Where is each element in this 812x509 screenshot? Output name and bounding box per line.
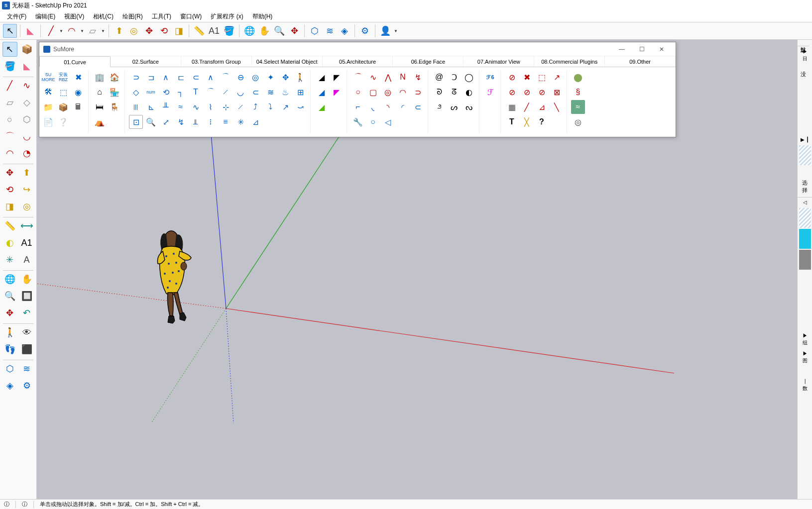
- pushpull-tool-icon[interactable]: ⬆: [112, 24, 126, 38]
- curve-icon[interactable]: ⫶: [204, 115, 218, 129]
- spiral-icon[interactable]: Ↄ: [447, 70, 461, 84]
- spiral-icon[interactable]: ೨: [432, 100, 446, 114]
- curve-icon[interactable]: ◡: [233, 85, 247, 99]
- curve-icon[interactable]: ⊏: [174, 70, 188, 84]
- curve-num-icon[interactable]: num: [144, 85, 158, 99]
- tray-tab-none[interactable]: 没: [798, 64, 809, 70]
- arc-tool-icon[interactable]: ◠: [65, 24, 79, 38]
- arch-house-icon[interactable]: 🏠: [108, 70, 121, 84]
- spiral-icon[interactable]: ᘔ: [447, 85, 461, 99]
- curve-icon[interactable]: ⊖: [233, 70, 247, 84]
- warehouse-icon[interactable]: ⬡: [308, 24, 322, 38]
- curve-icon[interactable]: ⊐: [144, 70, 158, 84]
- edge-icon[interactable]: ◢: [315, 100, 329, 114]
- material-swatch-4[interactable]: [799, 250, 811, 270]
- cc-icon[interactable]: ↯: [411, 70, 425, 84]
- com-icon[interactable]: ⊘: [520, 85, 534, 99]
- curve-icon[interactable]: ⊂: [189, 70, 203, 84]
- curve-icon[interactable]: ✦: [263, 70, 277, 84]
- layers-icon[interactable]: ◈: [2, 378, 17, 393]
- sumore-install-rbz-icon[interactable]: 安装 RBZ: [56, 70, 70, 84]
- menu-file[interactable]: 文件(F): [3, 11, 30, 22]
- curve-icon[interactable]: ⊞: [293, 85, 307, 99]
- curve-icon[interactable]: ⫼: [129, 100, 143, 114]
- tray-collapse-icon[interactable]: ▶ ┃: [798, 135, 812, 144]
- com-icon[interactable]: ╲: [550, 100, 564, 114]
- sumore-titlebar[interactable]: SuMore — ☐ ✕: [39, 42, 676, 56]
- cc-icon[interactable]: ◝: [381, 100, 395, 114]
- curve-icon[interactable]: ∧: [159, 70, 173, 84]
- menu-camera[interactable]: 相机(C): [89, 11, 117, 22]
- cc-icon[interactable]: ⌒: [351, 70, 365, 84]
- material-swatch-1[interactable]: [799, 145, 811, 165]
- arch-chair-icon[interactable]: 🪑: [108, 100, 121, 114]
- menu-help[interactable]: 帮助(H): [248, 11, 277, 22]
- sumore-box-icon[interactable]: 📦: [56, 100, 70, 114]
- cc-icon[interactable]: ⋀: [381, 70, 395, 84]
- sumore-tab-architecture[interactable]: 05.Architecture: [323, 56, 393, 67]
- warehouse-icon[interactable]: ⬡: [2, 361, 17, 376]
- curve-icon[interactable]: ⌒: [219, 70, 232, 84]
- curve-icon[interactable]: ⊂: [248, 85, 262, 99]
- com-icon[interactable]: ╱: [520, 100, 534, 114]
- curve-icon[interactable]: ┐: [174, 85, 188, 99]
- curve-icon[interactable]: ◇: [129, 85, 143, 99]
- curve-icon[interactable]: ⊡: [129, 115, 143, 129]
- 3dtext-icon[interactable]: A: [19, 252, 34, 267]
- arch-roof-icon[interactable]: ⛺: [93, 115, 107, 129]
- material-swatch-2[interactable]: [799, 208, 811, 228]
- orbit-icon[interactable]: 🌐: [2, 272, 17, 287]
- rotated-rect-icon[interactable]: ◇: [19, 95, 34, 110]
- cc-icon[interactable]: ⌐: [351, 100, 365, 114]
- curve-icon[interactable]: ≋: [263, 85, 277, 99]
- pan-icon[interactable]: ✋: [19, 272, 34, 287]
- com-icon[interactable]: ↗: [550, 70, 564, 84]
- zoom-icon[interactable]: 🔍: [2, 289, 17, 304]
- curve-icon[interactable]: 🔍: [144, 115, 158, 129]
- f6-sub-icon[interactable]: ℱ: [483, 85, 497, 99]
- zoom-window-icon[interactable]: 🔲: [19, 289, 34, 304]
- cc-icon[interactable]: N: [396, 70, 410, 84]
- pie-icon[interactable]: ◔: [19, 146, 34, 161]
- com-icon[interactable]: ⊘: [505, 85, 519, 99]
- pushpull-icon[interactable]: ⬆: [19, 165, 34, 180]
- curve-icon[interactable]: ⤢: [159, 115, 173, 129]
- edge-icon[interactable]: ◢: [315, 70, 329, 84]
- curve-icon[interactable]: ⌇: [204, 100, 218, 114]
- curve-icon[interactable]: ⟋: [233, 100, 247, 114]
- zoom-extents-icon[interactable]: ✥: [2, 305, 17, 320]
- curve-icon[interactable]: T: [189, 85, 203, 99]
- cc-icon[interactable]: ⊂: [411, 100, 425, 114]
- line-tool-icon[interactable]: ╱: [44, 24, 58, 38]
- menu-edit[interactable]: 编辑(E): [31, 11, 59, 22]
- scale-tool-icon[interactable]: ◨: [172, 24, 186, 38]
- dropdown-icon[interactable]: ▼: [393, 29, 398, 33]
- f6-icon[interactable]: ℱ6: [483, 70, 497, 84]
- dropdown-icon[interactable]: ▼: [59, 29, 64, 33]
- text-tool-icon[interactable]: A1: [207, 24, 221, 38]
- scale-icon[interactable]: ◨: [2, 199, 17, 214]
- sumore-tab-surface[interactable]: 02.Surface: [111, 56, 181, 67]
- other-spiral-icon[interactable]: ◎: [571, 115, 585, 129]
- curve-icon[interactable]: ⤵: [263, 100, 277, 114]
- arc3-icon[interactable]: ◠: [2, 146, 17, 161]
- cc-icon[interactable]: ◜: [396, 100, 410, 114]
- select-icon[interactable]: ↖: [2, 42, 17, 57]
- menu-extensions[interactable]: 扩展程序 (x): [207, 11, 247, 22]
- scale-figure[interactable]: [149, 229, 204, 335]
- rectangle-tool-icon[interactable]: ▱: [86, 24, 100, 38]
- dimension-icon[interactable]: ⟷: [19, 218, 34, 233]
- sumore-tab-other[interactable]: 09.Other: [605, 56, 676, 67]
- section-icon[interactable]: ⬛: [19, 342, 34, 357]
- arch-bed-icon[interactable]: 🛏: [93, 100, 107, 114]
- other-wave-icon[interactable]: ≈: [571, 100, 585, 114]
- com-icon[interactable]: ⊘: [535, 85, 549, 99]
- curve-icon[interactable]: ↗: [278, 100, 292, 114]
- text-icon[interactable]: A1: [19, 235, 34, 250]
- axes-icon[interactable]: ✳: [2, 252, 17, 267]
- curve-icon[interactable]: ⌒: [204, 85, 218, 99]
- previous-icon[interactable]: ↶: [19, 305, 34, 320]
- cc-icon[interactable]: ⊃: [411, 85, 425, 99]
- menu-view[interactable]: 视图(V): [60, 11, 88, 22]
- ext-mgr-icon[interactable]: ⚙: [19, 378, 34, 393]
